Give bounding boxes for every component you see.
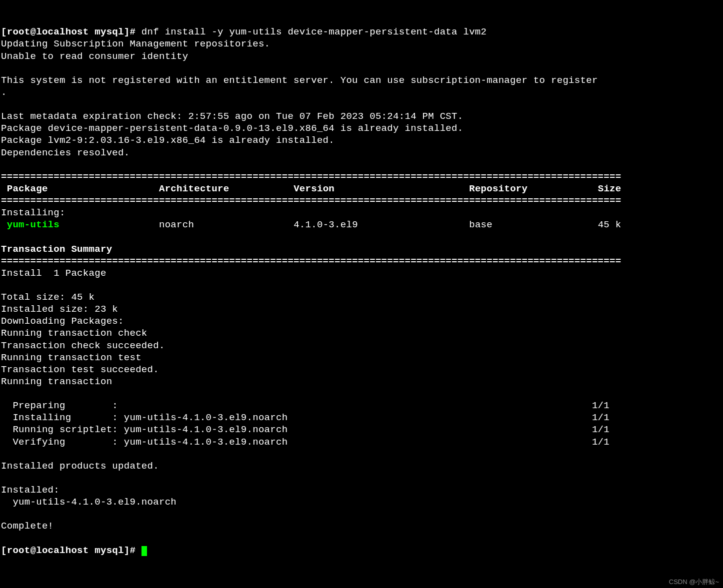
command: dnf install -y yum-utils device-mapper-p… [142, 26, 486, 37]
post-transaction-block: Installed products updated. Installed: y… [1, 460, 722, 533]
install-count: Install 1 Package [1, 268, 106, 279]
watermark: CSDN @小胖鲸~ [669, 578, 719, 587]
hdr-size: Size [598, 183, 622, 194]
prompt-start: [root@localhost mysql]# [1, 26, 142, 37]
footer-block: Total size: 45 k Installed size: 23 k Do… [1, 279, 722, 388]
installing-label: Installing: [1, 207, 66, 218]
pkg-name: yum-utils [1, 219, 60, 230]
divider-top: ========================================… [1, 171, 621, 182]
prompt-end: [root@localhost mysql]# [1, 545, 142, 556]
pkg-size: 45 k [598, 219, 622, 230]
divider-mid: ========================================… [1, 195, 621, 206]
preamble-block: Updating Subscription Management reposit… [1, 38, 722, 158]
divider-bot: ========================================… [1, 256, 621, 267]
hdr-package: Package [1, 183, 48, 194]
transaction-block: Preparing : 1/1 Installing : yum-utils-4… [1, 400, 722, 448]
pkg-repo: base [469, 219, 492, 230]
hdr-version: Version [294, 183, 334, 194]
hdr-arch: Architecture [159, 183, 229, 194]
pkg-arch: noarch [159, 219, 194, 230]
summary-label: Transaction Summary [1, 244, 112, 255]
cursor[interactable] [142, 546, 147, 556]
hdr-repo: Repository [469, 183, 528, 194]
pkg-version: 4.1.0-3.el9 [294, 219, 358, 230]
